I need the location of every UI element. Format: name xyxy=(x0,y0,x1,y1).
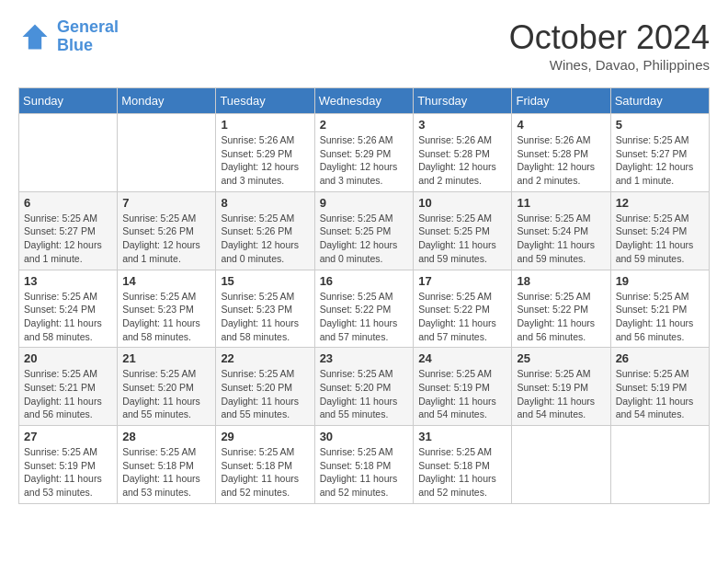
calendar-cell: 24Sunrise: 5:25 AMSunset: 5:19 PMDayligh… xyxy=(414,348,512,426)
calendar-cell: 27Sunrise: 5:25 AMSunset: 5:19 PMDayligh… xyxy=(19,426,118,504)
calendar-week-4: 20Sunrise: 5:25 AMSunset: 5:21 PMDayligh… xyxy=(19,348,710,426)
day-number: 5 xyxy=(616,118,704,132)
day-number: 17 xyxy=(418,274,506,288)
day-info: Sunrise: 5:25 AMSunset: 5:25 PMDaylight:… xyxy=(418,212,506,266)
day-info: Sunrise: 5:25 AMSunset: 5:19 PMDaylight:… xyxy=(418,367,506,421)
day-info: Sunrise: 5:25 AMSunset: 5:22 PMDaylight:… xyxy=(517,290,605,344)
calendar-cell: 15Sunrise: 5:25 AMSunset: 5:23 PMDayligh… xyxy=(216,270,314,348)
weekday-header-monday: Monday xyxy=(118,88,216,114)
day-info: Sunrise: 5:26 AMSunset: 5:28 PMDaylight:… xyxy=(517,133,605,188)
day-info: Sunrise: 5:25 AMSunset: 5:20 PMDaylight:… xyxy=(221,367,309,421)
calendar-cell: 13Sunrise: 5:25 AMSunset: 5:24 PMDayligh… xyxy=(19,270,118,348)
day-info: Sunrise: 5:25 AMSunset: 5:22 PMDaylight:… xyxy=(320,290,409,344)
weekday-header-tuesday: Tuesday xyxy=(216,88,314,114)
day-info: Sunrise: 5:25 AMSunset: 5:22 PMDaylight:… xyxy=(418,290,506,344)
day-number: 8 xyxy=(221,196,309,210)
calendar-cell: 30Sunrise: 5:25 AMSunset: 5:18 PMDayligh… xyxy=(314,426,414,504)
day-number: 20 xyxy=(24,351,112,365)
day-number: 21 xyxy=(122,351,210,365)
calendar-cell: 28Sunrise: 5:25 AMSunset: 5:18 PMDayligh… xyxy=(118,426,216,504)
day-number: 24 xyxy=(418,351,506,365)
day-number: 27 xyxy=(24,430,112,443)
calendar-cell xyxy=(19,114,118,192)
calendar-cell xyxy=(610,426,709,504)
day-number: 13 xyxy=(24,274,112,288)
day-info: Sunrise: 5:26 AMSunset: 5:29 PMDaylight:… xyxy=(320,133,409,188)
calendar-cell: 4Sunrise: 5:26 AMSunset: 5:28 PMDaylight… xyxy=(512,114,610,192)
calendar-cell: 21Sunrise: 5:25 AMSunset: 5:20 PMDayligh… xyxy=(118,348,216,426)
day-info: Sunrise: 5:25 AMSunset: 5:20 PMDaylight:… xyxy=(122,367,210,421)
calendar-week-3: 13Sunrise: 5:25 AMSunset: 5:24 PMDayligh… xyxy=(19,270,710,348)
calendar-cell xyxy=(118,114,216,192)
calendar-cell: 25Sunrise: 5:25 AMSunset: 5:19 PMDayligh… xyxy=(512,348,610,426)
day-info: Sunrise: 5:25 AMSunset: 5:26 PMDaylight:… xyxy=(122,212,210,266)
day-info: Sunrise: 5:25 AMSunset: 5:27 PMDaylight:… xyxy=(616,133,704,188)
calendar-table: SundayMondayTuesdayWednesdayThursdayFrid… xyxy=(18,87,710,504)
calendar-cell: 20Sunrise: 5:25 AMSunset: 5:21 PMDayligh… xyxy=(19,348,118,426)
day-number: 26 xyxy=(616,351,704,365)
calendar-cell xyxy=(512,426,610,504)
weekday-header-saturday: Saturday xyxy=(610,88,709,114)
day-number: 16 xyxy=(320,274,409,288)
logo: General Blue xyxy=(18,18,119,55)
day-info: Sunrise: 5:25 AMSunset: 5:26 PMDaylight:… xyxy=(221,212,309,266)
logo-icon xyxy=(18,20,51,53)
day-number: 23 xyxy=(320,351,409,365)
calendar-cell: 31Sunrise: 5:25 AMSunset: 5:18 PMDayligh… xyxy=(414,426,512,504)
calendar-cell: 3Sunrise: 5:26 AMSunset: 5:28 PMDaylight… xyxy=(414,114,512,192)
calendar-cell: 26Sunrise: 5:25 AMSunset: 5:19 PMDayligh… xyxy=(610,348,709,426)
logo-line1: General xyxy=(57,17,119,36)
day-number: 3 xyxy=(418,118,506,132)
day-number: 22 xyxy=(221,351,309,365)
page-header: General Blue October 2024 Wines, Davao, … xyxy=(18,18,710,73)
day-number: 10 xyxy=(418,196,506,210)
logo-line2: Blue xyxy=(57,36,93,54)
day-info: Sunrise: 5:25 AMSunset: 5:19 PMDaylight:… xyxy=(517,367,605,421)
calendar-cell: 23Sunrise: 5:25 AMSunset: 5:20 PMDayligh… xyxy=(314,348,414,426)
calendar-cell: 6Sunrise: 5:25 AMSunset: 5:27 PMDaylight… xyxy=(19,191,118,270)
day-number: 7 xyxy=(122,196,210,210)
calendar-cell: 29Sunrise: 5:25 AMSunset: 5:18 PMDayligh… xyxy=(216,426,314,504)
calendar-cell: 17Sunrise: 5:25 AMSunset: 5:22 PMDayligh… xyxy=(414,270,512,348)
weekday-header-wednesday: Wednesday xyxy=(314,88,414,114)
calendar-cell: 9Sunrise: 5:25 AMSunset: 5:25 PMDaylight… xyxy=(314,191,414,270)
calendar-cell: 22Sunrise: 5:25 AMSunset: 5:20 PMDayligh… xyxy=(216,348,314,426)
day-number: 6 xyxy=(24,196,112,210)
calendar-week-1: 1Sunrise: 5:26 AMSunset: 5:29 PMDaylight… xyxy=(19,114,710,192)
calendar-cell: 16Sunrise: 5:25 AMSunset: 5:22 PMDayligh… xyxy=(314,270,414,348)
logo-text: General Blue xyxy=(57,18,119,55)
day-info: Sunrise: 5:26 AMSunset: 5:28 PMDaylight:… xyxy=(418,133,506,188)
day-number: 15 xyxy=(221,274,309,288)
weekday-header-friday: Friday xyxy=(512,88,610,114)
day-info: Sunrise: 5:25 AMSunset: 5:20 PMDaylight:… xyxy=(320,367,409,421)
day-info: Sunrise: 5:25 AMSunset: 5:18 PMDaylight:… xyxy=(320,445,409,500)
day-number: 28 xyxy=(122,430,210,443)
calendar-cell: 14Sunrise: 5:25 AMSunset: 5:23 PMDayligh… xyxy=(118,270,216,348)
day-info: Sunrise: 5:25 AMSunset: 5:27 PMDaylight:… xyxy=(24,212,112,266)
calendar-cell: 19Sunrise: 5:25 AMSunset: 5:21 PMDayligh… xyxy=(610,270,709,348)
calendar-cell: 8Sunrise: 5:25 AMSunset: 5:26 PMDaylight… xyxy=(216,191,314,270)
day-number: 4 xyxy=(517,118,605,132)
day-number: 2 xyxy=(320,118,409,132)
title-section: October 2024 Wines, Davao, Philippines xyxy=(509,18,710,73)
day-info: Sunrise: 5:25 AMSunset: 5:24 PMDaylight:… xyxy=(616,212,704,266)
calendar-cell: 10Sunrise: 5:25 AMSunset: 5:25 PMDayligh… xyxy=(414,191,512,270)
day-info: Sunrise: 5:25 AMSunset: 5:24 PMDaylight:… xyxy=(517,212,605,266)
day-info: Sunrise: 5:25 AMSunset: 5:23 PMDaylight:… xyxy=(221,290,309,344)
day-info: Sunrise: 5:25 AMSunset: 5:19 PMDaylight:… xyxy=(24,445,112,500)
calendar-cell: 1Sunrise: 5:26 AMSunset: 5:29 PMDaylight… xyxy=(216,114,314,192)
day-info: Sunrise: 5:25 AMSunset: 5:23 PMDaylight:… xyxy=(122,290,210,344)
calendar-cell: 18Sunrise: 5:25 AMSunset: 5:22 PMDayligh… xyxy=(512,270,610,348)
calendar-cell: 5Sunrise: 5:25 AMSunset: 5:27 PMDaylight… xyxy=(610,114,709,192)
location-title: Wines, Davao, Philippines xyxy=(509,57,710,73)
day-info: Sunrise: 5:25 AMSunset: 5:18 PMDaylight:… xyxy=(418,445,506,500)
calendar-cell: 7Sunrise: 5:25 AMSunset: 5:26 PMDaylight… xyxy=(118,191,216,270)
day-number: 11 xyxy=(517,196,605,210)
weekday-header-row: SundayMondayTuesdayWednesdayThursdayFrid… xyxy=(19,88,710,114)
day-number: 14 xyxy=(122,274,210,288)
day-number: 29 xyxy=(221,430,309,443)
day-number: 25 xyxy=(517,351,605,365)
day-number: 12 xyxy=(616,196,704,210)
calendar-cell: 11Sunrise: 5:25 AMSunset: 5:24 PMDayligh… xyxy=(512,191,610,270)
day-number: 19 xyxy=(616,274,704,288)
